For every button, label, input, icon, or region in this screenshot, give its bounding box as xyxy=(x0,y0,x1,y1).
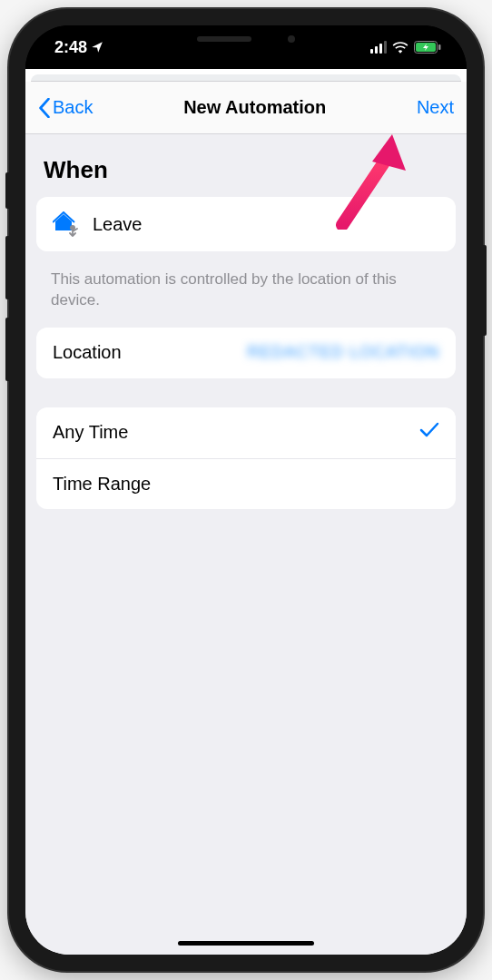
home-indicator[interactable] xyxy=(178,941,314,946)
side-button xyxy=(5,236,9,299)
location-label: Location xyxy=(53,342,122,363)
battery-icon xyxy=(414,41,441,54)
next-button[interactable]: Next xyxy=(417,97,454,118)
back-button[interactable]: Back xyxy=(38,97,93,118)
side-button xyxy=(5,318,9,381)
location-value: REDACTED LOCATION xyxy=(247,343,439,362)
time-options-card: Any Time Time Range xyxy=(36,407,456,509)
trigger-footer-note: This automation is controlled by the loc… xyxy=(36,262,456,328)
phone-frame: 2:48 xyxy=(9,9,483,971)
section-header-when: When xyxy=(36,151,456,197)
back-label: Back xyxy=(53,97,93,118)
nav-bar: Back New Automation Next xyxy=(25,82,467,134)
nav-title: New Automation xyxy=(183,97,326,118)
trigger-row-leave[interactable]: Leave xyxy=(36,197,456,251)
side-button xyxy=(483,245,487,336)
location-row[interactable]: Location REDACTED LOCATION xyxy=(36,328,456,378)
sheet-stack-indicator xyxy=(31,74,461,82)
content: When Leave xyxy=(25,134,467,955)
signal-icon xyxy=(370,41,387,54)
time-option-time-range[interactable]: Time Range xyxy=(36,458,456,509)
any-time-label: Any Time xyxy=(53,422,128,443)
wifi-icon xyxy=(392,41,408,54)
side-button xyxy=(5,172,9,209)
screen: 2:48 xyxy=(25,25,467,955)
location-arrow-icon xyxy=(91,41,103,54)
chevron-left-icon xyxy=(38,98,51,118)
trigger-label: Leave xyxy=(93,214,143,235)
time-range-label: Time Range xyxy=(53,474,151,495)
trigger-card: Leave xyxy=(36,197,456,251)
status-time: 2:48 xyxy=(54,38,87,57)
svg-rect-1 xyxy=(438,44,441,50)
time-option-any-time[interactable]: Any Time xyxy=(36,407,456,458)
location-card: Location REDACTED LOCATION xyxy=(36,328,456,378)
notch xyxy=(146,25,346,53)
checkmark-icon xyxy=(419,422,439,443)
app-area: Back New Automation Next When xyxy=(25,69,467,955)
leave-home-icon xyxy=(53,211,80,237)
